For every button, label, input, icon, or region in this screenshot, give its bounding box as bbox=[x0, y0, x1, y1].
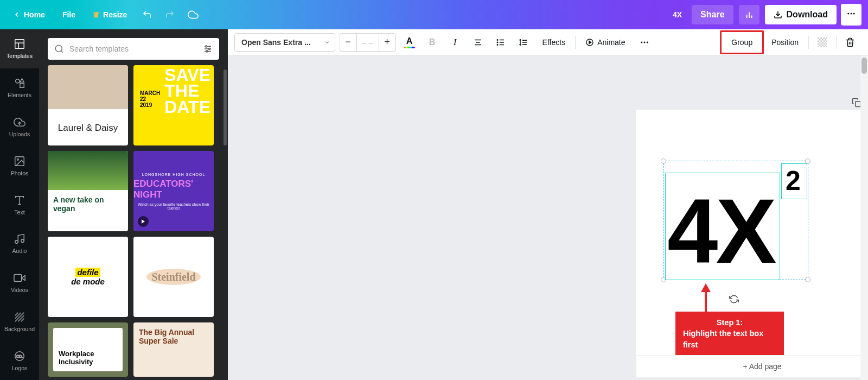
svg-rect-20 bbox=[14, 275, 22, 282]
rail-uploads[interactable]: Uploads bbox=[0, 107, 39, 147]
font-size-increase[interactable]: + bbox=[379, 34, 395, 51]
resize-button[interactable]: ♛ Resize bbox=[86, 6, 133, 23]
group-button[interactable]: Group bbox=[723, 33, 761, 52]
canvas-text-superscript[interactable]: 2 bbox=[786, 165, 801, 197]
svg-point-6 bbox=[853, 13, 855, 15]
template-title: The Big Annual Super Sale bbox=[139, 328, 208, 345]
template-title: A new take on vegan bbox=[48, 190, 128, 218]
crown-icon: ♛ bbox=[93, 10, 100, 19]
transparency-button[interactable] bbox=[813, 33, 832, 52]
template-title: Workplace Inclusivity bbox=[59, 350, 117, 366]
svg-point-17 bbox=[15, 240, 18, 244]
svg-point-52 bbox=[643, 41, 645, 43]
undo-button[interactable] bbox=[138, 5, 156, 24]
rail-videos[interactable]: Videos bbox=[0, 263, 39, 302]
cloud-sync-icon[interactable] bbox=[183, 5, 203, 24]
rail-label: Text bbox=[14, 209, 24, 216]
delete-button[interactable] bbox=[841, 33, 859, 52]
animate-button[interactable]: Animate bbox=[580, 33, 630, 52]
redo-button[interactable] bbox=[161, 5, 179, 24]
rail-logos[interactable]: CO.Logos bbox=[0, 341, 39, 380]
svg-marker-50 bbox=[589, 41, 591, 43]
add-page-bar[interactable]: + Add page bbox=[636, 355, 868, 378]
top-header: Home File ♛ Resize 4X Share Download bbox=[0, 0, 868, 29]
bold-button[interactable]: B bbox=[423, 33, 442, 52]
position-button[interactable]: Position bbox=[766, 33, 804, 52]
svg-marker-19 bbox=[22, 275, 25, 280]
filter-icon[interactable] bbox=[203, 44, 213, 54]
rail-background[interactable]: Background bbox=[0, 302, 39, 341]
svg-rect-56 bbox=[818, 37, 827, 47]
file-button[interactable]: File bbox=[56, 6, 82, 23]
font-dropdown[interactable]: Open Sans Extra ... bbox=[234, 33, 335, 52]
resize-handle[interactable] bbox=[661, 159, 666, 164]
template-thumbnail[interactable]: defilede mode bbox=[48, 237, 128, 317]
home-button[interactable]: Home bbox=[7, 6, 52, 23]
svg-point-53 bbox=[646, 41, 648, 43]
annotation-step1: Step 1: Highlight the text box first bbox=[675, 312, 784, 356]
vertical-scrollbar[interactable] bbox=[860, 55, 868, 380]
spacing-button[interactable] bbox=[514, 33, 533, 52]
template-thumbnail[interactable]: Laurel & Daisy bbox=[48, 65, 128, 145]
template-thumbnail[interactable]: LONGSHORE HIGH SCHOOL EDUCATORS' NIGHT W… bbox=[133, 151, 214, 231]
search-icon bbox=[54, 44, 64, 54]
rail-photos[interactable]: Photos bbox=[0, 146, 39, 185]
template-thumbnail[interactable]: Steinfield bbox=[133, 237, 214, 317]
annotation-body: Highlight the text box first bbox=[683, 328, 776, 350]
list-button[interactable] bbox=[492, 33, 510, 52]
svg-point-34 bbox=[209, 48, 210, 50]
more-options-button[interactable] bbox=[635, 33, 654, 52]
rail-label: Audio bbox=[12, 248, 27, 254]
svg-point-10 bbox=[16, 79, 20, 83]
rail-elements[interactable]: Elements bbox=[0, 68, 39, 107]
template-thumbnail[interactable]: Workplace Inclusivity bbox=[48, 322, 128, 377]
svg-point-35 bbox=[206, 50, 208, 52]
rail-label: Elements bbox=[8, 92, 31, 98]
text-color-button[interactable]: A bbox=[400, 33, 419, 52]
animate-icon bbox=[585, 38, 594, 47]
search-box bbox=[48, 38, 219, 60]
annotation-arrow bbox=[698, 283, 714, 316]
svg-text:CO.: CO. bbox=[16, 354, 23, 358]
template-title: Laurel & Daisy bbox=[58, 123, 118, 133]
rail-text[interactable]: Text bbox=[0, 185, 39, 224]
edit-toolbar: Open Sans Extra ... − – – + A B I Effect… bbox=[228, 29, 868, 55]
download-icon bbox=[774, 10, 782, 19]
canvas-text-main[interactable]: 4X bbox=[667, 186, 775, 277]
svg-point-44 bbox=[497, 42, 498, 43]
download-button[interactable]: Download bbox=[765, 5, 837, 24]
svg-line-22 bbox=[15, 313, 21, 319]
stats-button[interactable] bbox=[739, 5, 760, 24]
rotate-handle[interactable] bbox=[729, 294, 739, 306]
rail-label: Background bbox=[4, 326, 35, 332]
home-label: Home bbox=[24, 10, 45, 19]
svg-rect-11 bbox=[20, 84, 24, 87]
group-button-highlight: Group bbox=[720, 30, 764, 54]
alignment-button[interactable] bbox=[469, 33, 487, 52]
italic-button[interactable]: I bbox=[446, 33, 464, 52]
effects-button[interactable]: Effects bbox=[537, 33, 571, 52]
share-button[interactable]: Share bbox=[692, 5, 733, 24]
svg-point-4 bbox=[847, 13, 849, 15]
rail-audio[interactable]: Audio bbox=[0, 224, 39, 263]
template-thumbnail[interactable]: A new take on vegan bbox=[48, 151, 128, 231]
template-thumbnail[interactable]: SAVE THE DATE MARCH222019 bbox=[133, 65, 214, 145]
svg-marker-12 bbox=[20, 79, 24, 82]
svg-point-5 bbox=[851, 13, 852, 15]
canvas-viewport[interactable]: 4X 2 Step 1: Highlight the text box firs… bbox=[228, 55, 868, 380]
more-menu-button[interactable] bbox=[841, 4, 861, 26]
rail-templates[interactable]: Templates bbox=[0, 29, 39, 68]
font-size-value[interactable]: – – bbox=[356, 34, 379, 51]
editor-area: Open Sans Extra ... − – – + A B I Effect… bbox=[228, 29, 868, 380]
search-input[interactable] bbox=[69, 45, 197, 53]
font-size-decrease[interactable]: − bbox=[340, 34, 356, 51]
svg-line-21 bbox=[15, 313, 18, 316]
rail-label: Logos bbox=[12, 365, 28, 371]
svg-point-14 bbox=[17, 159, 18, 160]
scrollbar-thumb[interactable] bbox=[224, 69, 227, 145]
play-icon bbox=[138, 216, 149, 227]
template-thumbnail[interactable]: The Big Annual Super Sale bbox=[133, 322, 214, 377]
scrollbar-thumb[interactable] bbox=[861, 58, 867, 74]
rail-label: Templates bbox=[7, 53, 33, 59]
resize-handle[interactable] bbox=[805, 277, 810, 282]
